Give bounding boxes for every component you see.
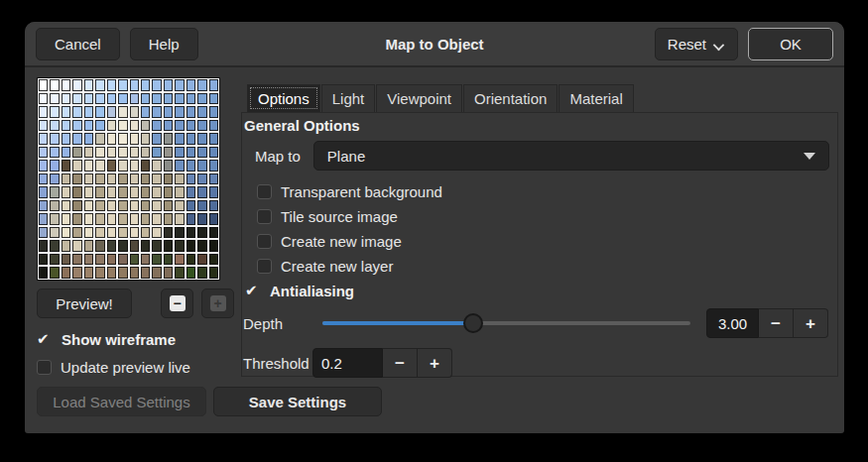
preview-tile bbox=[152, 213, 161, 225]
preview-tile bbox=[130, 106, 139, 118]
tab-options[interactable]: Options bbox=[247, 84, 320, 112]
preview-tile bbox=[72, 79, 81, 91]
preview-tile bbox=[39, 173, 48, 185]
preview-tile bbox=[95, 79, 104, 91]
preview-tile bbox=[141, 120, 150, 132]
preview-tile bbox=[209, 267, 218, 279]
depth-spinbutton: 3.00 − + bbox=[706, 308, 828, 338]
preview-tile bbox=[72, 186, 81, 198]
preview-tile bbox=[84, 186, 93, 198]
preview-tile bbox=[107, 254, 116, 266]
reset-label: Reset bbox=[668, 37, 706, 52]
zoom-in-button[interactable]: + bbox=[201, 289, 234, 318]
preview-tile bbox=[118, 160, 127, 172]
preview-tile bbox=[95, 227, 104, 239]
preview-tile bbox=[186, 120, 195, 132]
tab-viewpoint[interactable]: Viewpoint bbox=[376, 84, 462, 112]
antialiasing-label: Antialiasing bbox=[270, 283, 354, 299]
zoom-out-button[interactable]: − bbox=[161, 289, 193, 318]
preview-tile bbox=[50, 213, 59, 225]
preview-tile bbox=[50, 186, 59, 198]
preview-tile bbox=[152, 227, 161, 239]
preview-tile bbox=[62, 213, 70, 225]
checkbox-antialiasing[interactable]: Antialiasing bbox=[245, 279, 837, 303]
depth-row: Depth 3.00 − + bbox=[243, 308, 828, 338]
preview-tile bbox=[50, 147, 59, 159]
reset-button[interactable]: Reset bbox=[655, 28, 738, 60]
threshold-value[interactable]: 0.2 bbox=[312, 348, 383, 378]
depth-slider-fill bbox=[322, 321, 473, 325]
preview-tile bbox=[152, 106, 161, 118]
preview-tile bbox=[186, 93, 195, 105]
preview-tile bbox=[50, 240, 59, 252]
preview-tile bbox=[107, 173, 116, 185]
map-to-dropdown[interactable]: Plane bbox=[313, 141, 829, 171]
preview-tile bbox=[164, 106, 173, 118]
preview-tile bbox=[209, 173, 218, 185]
depth-slider-handle[interactable] bbox=[463, 313, 483, 333]
preview-tile bbox=[209, 186, 218, 198]
checkbox-box bbox=[257, 184, 272, 199]
preview-tile bbox=[209, 213, 218, 225]
cancel-button[interactable]: Cancel bbox=[36, 28, 120, 60]
preview-tile bbox=[118, 147, 127, 159]
tab-orientation[interactable]: Orientation bbox=[463, 84, 558, 112]
preview-tile bbox=[152, 173, 161, 185]
preview-tile bbox=[141, 147, 150, 159]
preview-tile bbox=[95, 267, 104, 279]
preview-tile bbox=[62, 160, 70, 172]
preview-tile bbox=[186, 200, 195, 212]
preview-tile bbox=[95, 133, 104, 145]
preview-tile bbox=[84, 213, 93, 225]
dropdown-arrow-icon bbox=[804, 153, 815, 160]
preview-tile bbox=[62, 120, 70, 132]
preview-tile bbox=[152, 133, 161, 145]
checkbox-create-new-image[interactable]: Create new image bbox=[257, 229, 837, 254]
tab-light[interactable]: Light bbox=[321, 84, 376, 112]
preview-tile bbox=[141, 106, 150, 118]
preview-tile bbox=[50, 173, 59, 185]
ok-button[interactable]: OK bbox=[748, 28, 833, 60]
preview-area[interactable] bbox=[37, 77, 220, 281]
tab-material[interactable]: Material bbox=[558, 84, 633, 112]
preview-tile bbox=[62, 173, 70, 185]
checkmark-icon bbox=[37, 332, 53, 348]
depth-increment-button[interactable]: + bbox=[794, 308, 828, 338]
checkbox-tile-source-image[interactable]: Tile source image bbox=[257, 204, 837, 229]
preview-tile bbox=[152, 79, 161, 91]
preview-tile bbox=[152, 93, 161, 105]
preview-tile bbox=[152, 120, 161, 132]
preview-tile bbox=[50, 267, 59, 279]
preview-tile bbox=[141, 254, 150, 266]
map-to-row: Map to Plane bbox=[255, 141, 829, 171]
preview-tile bbox=[50, 106, 59, 118]
preview-tile bbox=[95, 254, 104, 266]
preview-tile bbox=[175, 147, 184, 159]
checkbox-transparent-background[interactable]: Transparent background bbox=[257, 179, 837, 204]
preview-tile bbox=[152, 254, 161, 266]
load-saved-settings-button[interactable]: Load Saved Settings bbox=[37, 387, 206, 416]
preview-tile bbox=[152, 267, 161, 279]
preview-tile bbox=[152, 200, 161, 212]
preview-tile bbox=[209, 93, 218, 105]
depth-slider[interactable] bbox=[322, 313, 690, 333]
preview-tile bbox=[209, 79, 218, 91]
save-settings-button[interactable]: Save Settings bbox=[213, 387, 382, 416]
preview-tile bbox=[118, 213, 127, 225]
help-button[interactable]: Help bbox=[130, 28, 198, 60]
preview-tile bbox=[197, 133, 206, 145]
preview-button[interactable]: Preview! bbox=[37, 289, 132, 318]
checkbox-create-new-layer[interactable]: Create new layer bbox=[257, 254, 837, 279]
depth-decrement-button[interactable]: − bbox=[759, 308, 794, 338]
preview-tile bbox=[209, 240, 218, 252]
preview-tile bbox=[62, 240, 70, 252]
preview-tile bbox=[141, 186, 150, 198]
threshold-increment-button[interactable]: + bbox=[418, 348, 452, 378]
checkbox-update-preview-live[interactable]: Update preview live bbox=[37, 359, 235, 376]
checkbox-show-wireframe[interactable]: Show wireframe bbox=[37, 331, 235, 348]
threshold-decrement-button[interactable]: − bbox=[383, 348, 418, 378]
preview-tile bbox=[95, 213, 104, 225]
depth-value[interactable]: 3.00 bbox=[706, 308, 759, 338]
preview-tile bbox=[72, 267, 81, 279]
preview-tile bbox=[164, 133, 173, 145]
